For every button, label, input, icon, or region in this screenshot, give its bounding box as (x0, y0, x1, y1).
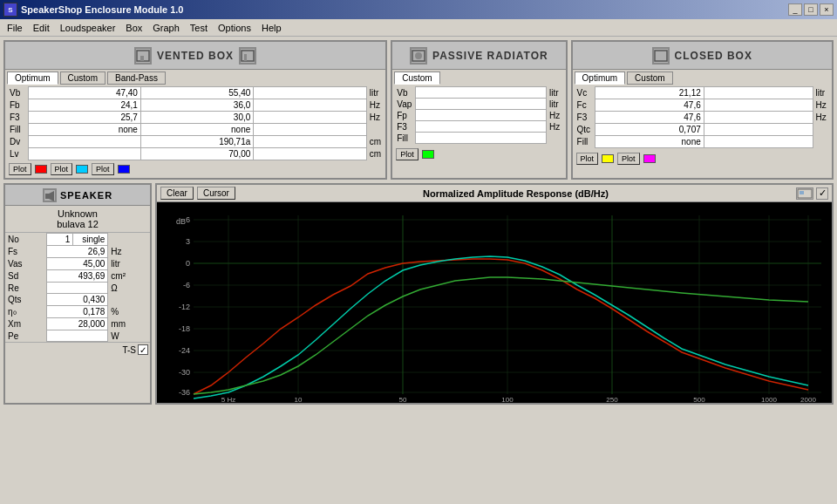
vented-icon2 (239, 47, 256, 65)
table-row: Vas 45,00 litr (5, 258, 150, 270)
fb-bandpass (254, 99, 366, 112)
f3-custom: 30,0 (140, 112, 253, 124)
closed-panel: CLOSED BOX Optimum Custom Vc 21,12 litr … (571, 40, 834, 180)
speaker-icon (43, 188, 57, 202)
qtc-optimum: 0,707 (595, 124, 704, 136)
vented-plot-btn-2[interactable]: Plot (51, 163, 73, 175)
table-row (394, 144, 563, 146)
speaker-params-table: No 1 single Fs 26,9 Hz Vas 45,00 litr Sd (5, 233, 150, 342)
table-row: Vb 47,40 55,40 litr (7, 87, 384, 99)
svg-text:1000: 1000 (761, 396, 777, 403)
passive-fill (415, 133, 546, 144)
vented-tab-optimum[interactable]: Optimum (7, 72, 58, 85)
table-row: Re Ω (5, 283, 150, 294)
table-row: F3 25,7 30,0 Hz (7, 112, 384, 124)
fill-bandpass (254, 124, 366, 136)
fb-custom: 36,0 (140, 99, 253, 112)
vented-tab-custom[interactable]: Custom (60, 72, 105, 85)
lv-optimum (28, 148, 140, 160)
table-row: Qtc 0,707 (575, 124, 830, 136)
svg-text:0: 0 (186, 259, 190, 268)
svg-text:-6: -6 (183, 281, 190, 289)
table-row: Fp Hz (394, 110, 563, 121)
table-row (575, 148, 830, 151)
close-button[interactable]: × (820, 3, 834, 16)
vented-plot-color-1 (35, 165, 47, 174)
graph-check-icon[interactable]: ✓ (816, 187, 828, 200)
graph-save-icon[interactable] (796, 187, 813, 200)
fill-optimum: none (28, 124, 140, 136)
svg-marker-8 (49, 191, 54, 201)
menu-graph[interactable]: Graph (147, 21, 185, 35)
menu-test[interactable]: Test (185, 21, 213, 35)
menu-options[interactable]: Options (213, 21, 256, 35)
lv-custom: 70,00 (140, 148, 253, 160)
table-row: Sd 493,69 cm² (5, 270, 150, 283)
closed-plot-btn-2[interactable]: Plot (617, 153, 640, 165)
closed-tab-custom[interactable]: Custom (627, 72, 672, 85)
closed-data-table: Vc 21,12 litr Fc 47,6 Hz F3 47,6 (575, 86, 830, 150)
svg-text:6: 6 (186, 215, 190, 224)
graph-title: Normalized Amplitude Response (dB/Hz) (239, 188, 793, 199)
table-row: No 1 single (5, 234, 150, 246)
svg-text:3: 3 (186, 237, 190, 246)
menu-file[interactable]: File (2, 21, 28, 35)
svg-text:-36: -36 (179, 388, 190, 397)
passive-plot-btn[interactable]: Plot (396, 148, 418, 160)
f3-bandpass (254, 112, 366, 124)
menu-loudspeaker[interactable]: Loudspeaker (55, 21, 121, 35)
closed-plot-btn-1[interactable]: Plot (576, 153, 599, 165)
vented-tab-bandpass[interactable]: Band-Pass (107, 72, 166, 85)
table-row: Fs 26,9 Hz (5, 246, 150, 258)
passive-tab-custom[interactable]: Custom (394, 72, 439, 85)
dv-optimum (28, 136, 140, 148)
svg-rect-3 (244, 54, 247, 61)
table-row: Fb 24,1 36,0 Hz (7, 99, 384, 112)
vented-tabs: Optimum Custom Band-Pass (7, 72, 384, 85)
svg-text:2000: 2000 (800, 396, 816, 403)
vented-title: VENTED BOX (157, 50, 234, 62)
maximize-button[interactable]: □ (804, 3, 818, 16)
fillc-optimum: none (595, 136, 704, 148)
table-row: Qts 0,430 (5, 294, 150, 306)
passive-plot-row: Plot (394, 147, 563, 161)
graph-toolbar: Clear Cursor Normalized Amplitude Respon… (157, 185, 832, 202)
svg-rect-6 (655, 51, 667, 61)
table-row: F3 47,6 Hz (575, 112, 830, 124)
passive-f3 (415, 121, 546, 133)
svg-point-5 (415, 52, 422, 59)
svg-text:100: 100 (501, 396, 514, 403)
minimize-button[interactable]: _ (788, 3, 802, 16)
table-row: Vap litr (394, 99, 563, 110)
svg-rect-10 (800, 191, 804, 194)
table-row: Fill none (575, 136, 830, 148)
vented-plot-btn-3[interactable]: Plot (92, 163, 114, 175)
table-row: Fc 47,6 Hz (575, 99, 830, 112)
speaker-name: Unknown bulava 12 (5, 206, 150, 233)
menu-help[interactable]: Help (256, 21, 287, 35)
closed-icon (652, 47, 670, 65)
table-row: Pe W (5, 330, 150, 342)
cursor-button[interactable]: Cursor (197, 187, 235, 200)
svg-rect-2 (242, 51, 254, 61)
svg-text:10: 10 (295, 396, 303, 403)
fb-optimum: 24,1 (28, 99, 140, 112)
clear-button[interactable]: Clear (160, 187, 194, 200)
vc-custom (704, 87, 813, 99)
menu-edit[interactable]: Edit (28, 21, 55, 35)
vented-panel: VENTED BOX Optimum Custom Band-Pass Vb (3, 40, 387, 180)
table-row: Xm 28,000 mm (5, 318, 150, 330)
f3c-optimum: 47,6 (595, 112, 704, 124)
ts-checkbox[interactable]: ✓ (138, 344, 148, 355)
vb-bandpass (254, 87, 366, 99)
menu-box[interactable]: Box (120, 21, 147, 35)
qtc-custom (704, 124, 813, 136)
table-row: Vb litr (394, 87, 563, 99)
passive-plot-color (422, 150, 434, 159)
closed-header: CLOSED BOX (573, 42, 832, 70)
dv-bandpass (254, 136, 366, 148)
window-controls[interactable]: _ □ × (788, 3, 834, 16)
vented-plot-btn-1[interactable]: Plot (9, 163, 31, 175)
closed-tab-optimum[interactable]: Optimum (575, 72, 626, 85)
closed-plot-row: Plot Plot (575, 152, 830, 166)
